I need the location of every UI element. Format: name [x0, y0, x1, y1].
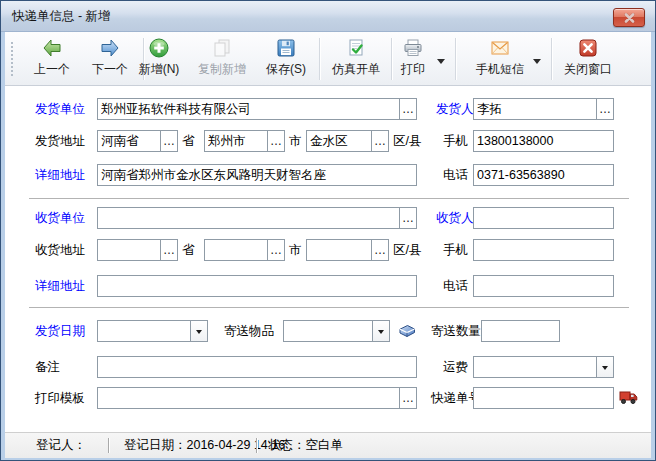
simulate-billing-button[interactable]: 仿真开单 — [325, 36, 387, 83]
sender-district-picker-button[interactable]: … — [371, 131, 388, 151]
print-template-input[interactable] — [98, 388, 399, 408]
receiver-phone-label: 电话 — [443, 275, 468, 297]
add-icon — [148, 36, 170, 60]
province-suffix-label: 省 — [182, 239, 195, 261]
sender-mobile-label: 手机 — [443, 130, 468, 152]
print-label: 打印 — [401, 61, 425, 78]
new-button[interactable]: 新增(N) — [131, 36, 187, 83]
print-button[interactable]: 打印 — [393, 36, 433, 83]
section-separator — [29, 307, 629, 308]
receiver-district-input[interactable] — [307, 240, 371, 260]
chevron-down-icon — [378, 330, 384, 337]
sender-unit-input[interactable] — [98, 99, 399, 119]
sms-dropdown-arrow[interactable] — [533, 59, 541, 68]
section-separator — [29, 198, 629, 199]
sender-district-input[interactable] — [307, 131, 371, 151]
receiver-city-picker-button[interactable]: … — [267, 240, 284, 260]
sender-city-input[interactable] — [205, 131, 267, 151]
ship-date-dropdown-button[interactable] — [190, 321, 207, 341]
receiver-person-input[interactable] — [474, 208, 613, 228]
previous-label: 上一个 — [34, 61, 70, 78]
receiver-mobile-input[interactable] — [474, 240, 613, 260]
sender-mobile-field — [473, 130, 614, 152]
toolbar-separator — [391, 38, 392, 80]
notes-input[interactable] — [98, 357, 416, 377]
district-suffix-label: 区/县 — [393, 239, 421, 261]
simulate-billing-label: 仿真开单 — [332, 61, 380, 78]
regdate-status: 登记日期：2016-04-29 14:16 — [124, 433, 285, 458]
receiver-city-input[interactable] — [205, 240, 267, 260]
receiver-mobile-label: 手机 — [443, 239, 468, 261]
sender-detail-input[interactable] — [98, 165, 416, 185]
toolbar-separator — [455, 38, 456, 80]
chevron-down-icon — [602, 366, 608, 373]
sms-button[interactable]: 手机短信 — [469, 36, 531, 83]
ship-date-input[interactable] — [98, 321, 190, 341]
freight-dropdown-button[interactable] — [596, 357, 613, 377]
toolbar-grip[interactable] — [11, 42, 13, 78]
copy-icon — [211, 36, 233, 60]
fetch-tracking-button[interactable] — [619, 389, 639, 406]
regdate-label: 登记日期： — [124, 438, 187, 452]
receiver-unit-label: 收货单位 — [35, 207, 85, 229]
close-window-label: 关闭窗口 — [564, 61, 612, 78]
express-order-window: 快递单信息 - 新增 上一个 下一个 新增(N) — [0, 0, 656, 461]
copy-new-button: 复制新增 — [191, 36, 253, 83]
receiver-province-input[interactable] — [98, 240, 160, 260]
close-button[interactable] — [613, 8, 645, 27]
sender-province-input[interactable] — [98, 131, 160, 151]
copy-new-label: 复制新增 — [198, 61, 246, 78]
receiver-phone-input[interactable] — [474, 276, 613, 296]
print-dropdown-arrow[interactable] — [437, 59, 445, 68]
sender-detail-label: 详细地址 — [35, 164, 85, 186]
items-catalog-button[interactable] — [397, 321, 417, 341]
statusbar-divider — [108, 438, 109, 453]
receiver-unit-picker-button[interactable]: … — [399, 208, 416, 228]
items-input[interactable] — [284, 321, 372, 341]
receiver-detail-field — [97, 275, 417, 297]
city-suffix-label: 市 — [289, 239, 302, 261]
receiver-mobile-field — [473, 239, 614, 261]
print-template-label: 打印模板 — [35, 387, 85, 409]
sender-mobile-input[interactable] — [474, 131, 613, 151]
receiver-address-label: 收货地址 — [35, 239, 85, 261]
sender-phone-input[interactable] — [474, 165, 613, 185]
arrow-right-icon — [99, 36, 121, 60]
notes-label: 备注 — [35, 356, 60, 378]
freight-field — [473, 356, 614, 378]
sender-unit-label: 发货单位 — [35, 98, 85, 120]
sender-province-field: … — [97, 130, 178, 152]
sender-address-label: 发货地址 — [35, 130, 85, 152]
print-template-picker-button[interactable]: … — [399, 388, 416, 408]
simulate-check-icon — [345, 36, 367, 60]
registrant-label: 登记人： — [36, 438, 86, 452]
receiver-detail-input[interactable] — [98, 276, 416, 296]
receiver-province-picker-button[interactable]: … — [160, 240, 177, 260]
receiver-unit-input[interactable] — [98, 208, 399, 228]
sender-city-picker-button[interactable]: … — [267, 131, 284, 151]
sender-province-picker-button[interactable]: … — [160, 131, 177, 151]
next-label: 下一个 — [92, 61, 128, 78]
save-button[interactable]: 保存(S) — [257, 36, 315, 83]
tracking-input[interactable] — [474, 388, 613, 408]
close-window-button[interactable]: 关闭窗口 — [557, 36, 619, 83]
qty-field — [481, 320, 560, 342]
sms-envelope-icon — [489, 36, 511, 60]
printer-icon — [402, 36, 424, 60]
previous-button[interactable]: 上一个 — [23, 36, 81, 83]
sender-person-input[interactable] — [474, 99, 596, 119]
toolbar-separator — [319, 38, 320, 80]
ship-date-field — [97, 320, 208, 342]
sender-unit-picker-button[interactable]: … — [399, 99, 416, 119]
receiver-unit-field: … — [97, 207, 417, 229]
receiver-detail-label: 详细地址 — [35, 275, 85, 297]
items-dropdown-button[interactable] — [372, 321, 389, 341]
sms-label: 手机短信 — [476, 61, 524, 78]
statusbar-divider — [256, 438, 257, 453]
district-suffix-label: 区/县 — [393, 130, 421, 152]
freight-input[interactable] — [474, 357, 596, 377]
sender-person-picker-button[interactable]: … — [596, 99, 613, 119]
qty-input[interactable] — [482, 321, 559, 341]
sender-detail-field — [97, 164, 417, 186]
receiver-district-picker-button[interactable]: … — [371, 240, 388, 260]
